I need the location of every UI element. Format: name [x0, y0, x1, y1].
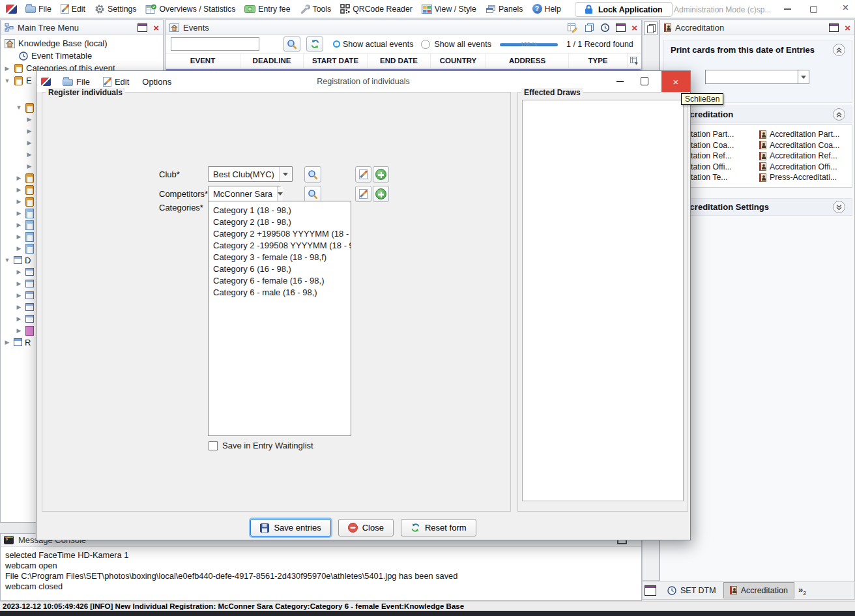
tab-set-dtm[interactable]: SET DTM: [661, 582, 722, 598]
accreditation-item[interactable]: Accreditation Coa...: [759, 140, 852, 151]
column-header-end-date[interactable]: END DATE: [368, 53, 431, 68]
menu-entry-fee[interactable]: Entry fee: [240, 0, 295, 18]
collapse-section-button[interactable]: [833, 108, 845, 121]
waitinglist-label[interactable]: Save in Entry Waitinglist: [222, 441, 313, 450]
entries-date-input[interactable]: [705, 70, 798, 84]
accreditation-item[interactable]: Accreditation Offi...: [759, 162, 852, 173]
column-chooser-icon[interactable]: [628, 53, 641, 68]
panel-maximize-icon[interactable]: [616, 23, 626, 32]
club-edit-button[interactable]: [355, 166, 371, 183]
column-header-address[interactable]: ADDRESS: [486, 53, 569, 68]
console-log[interactable]: selected FaceTime HD-Kamera 1 webcam ope…: [1, 547, 641, 592]
tree-expand-arrow[interactable]: ▶: [15, 327, 23, 334]
tree-expand-arrow[interactable]: ▶: [15, 186, 23, 193]
waitinglist-checkbox[interactable]: [209, 441, 218, 450]
panel-maximize-icon[interactable]: [829, 23, 839, 32]
category-list-item[interactable]: Category 2 (18 - 98,): [209, 216, 351, 227]
collapse-section-button[interactable]: [833, 44, 845, 56]
tab-overflow-button[interactable]: »2: [798, 585, 806, 596]
panel-close-icon[interactable]: ×: [845, 23, 850, 32]
window-maximize-button[interactable]: [810, 6, 817, 13]
tree-item-knowledge-base[interactable]: Knowledge Base (local): [1, 37, 163, 50]
club-dropdown-button[interactable]: [279, 167, 292, 181]
tree-expand-arrow[interactable]: ▶: [15, 198, 23, 205]
column-header-type[interactable]: TYPE: [569, 53, 628, 68]
category-list-item[interactable]: Category 2 +199508 YYYYMM (18 - 98,): [209, 227, 351, 239]
tree-item-event-timetable[interactable]: Event Timetable: [1, 50, 163, 62]
column-header-country[interactable]: COUNTRY: [431, 53, 486, 68]
panel-pages-button[interactable]: [644, 22, 658, 35]
tree-expand-arrow[interactable]: ▶: [25, 139, 33, 146]
menu-qrcode-reader[interactable]: QRCode Reader: [336, 0, 417, 18]
radio-show-actual-events[interactable]: [334, 42, 339, 46]
menu-file[interactable]: File: [21, 0, 56, 18]
dialog-minimize-button[interactable]: [616, 81, 624, 82]
competitors-combobox[interactable]: McConner Sara: [208, 186, 281, 201]
tree-expand-arrow[interactable]: ▶: [3, 65, 11, 72]
dialog-close-button[interactable]: ×: [661, 71, 690, 92]
clock-icon[interactable]: [600, 23, 610, 33]
tab-accreditation[interactable]: Accreditation: [723, 582, 794, 598]
tree-expand-arrow[interactable]: ▶: [25, 163, 33, 169]
expand-section-button[interactable]: [833, 201, 845, 213]
radio-show-all-events[interactable]: [421, 40, 430, 49]
category-list-item[interactable]: Category 1 (18 - 98,): [209, 204, 351, 216]
column-header-deadline[interactable]: DEADLINE: [240, 53, 304, 68]
tree-expand-arrow[interactable]: ▶: [25, 116, 33, 123]
search-button[interactable]: [283, 37, 300, 51]
tree-expand-arrow[interactable]: ▶: [15, 233, 23, 240]
radio-show-actual-label[interactable]: Show actual events: [343, 40, 413, 49]
club-add-button[interactable]: [373, 166, 389, 183]
accreditation-item[interactable]: Accreditation Ref...: [759, 151, 852, 162]
tree-expand-arrow[interactable]: ▼: [3, 257, 11, 263]
tree-expand-arrow[interactable]: ▶: [25, 128, 33, 134]
lock-application-button[interactable]: Lock Application: [575, 2, 673, 17]
categories-listbox[interactable]: Category 1 (18 - 98,) Category 2 (18 - 9…: [208, 201, 351, 436]
competitors-search-button[interactable]: [304, 186, 321, 202]
tree-expand-arrow[interactable]: ▶: [15, 175, 23, 181]
tree-expand-arrow[interactable]: ▶: [25, 151, 33, 158]
effected-draws-list[interactable]: [522, 100, 684, 501]
category-list-item[interactable]: Category 2 -199508 YYYYMM (18 - 98,): [209, 239, 351, 251]
club-search-button[interactable]: [304, 166, 321, 183]
category-list-item[interactable]: Category 3 - female (18 - 98,f): [209, 251, 351, 263]
tree-expand-arrow[interactable]: ▼: [3, 78, 11, 84]
accreditation-item[interactable]: Press-Accreditati...: [759, 172, 852, 183]
panel-close-icon[interactable]: ×: [631, 23, 637, 32]
menu-view-style[interactable]: View / Style: [417, 0, 481, 18]
menu-panels[interactable]: Panels: [481, 0, 528, 18]
column-header-event[interactable]: EVENT: [166, 53, 240, 68]
menu-overviews-statistics[interactable]: Overviews / Statistics: [141, 0, 240, 18]
tree-expand-arrow[interactable]: ▼: [15, 104, 23, 111]
menu-edit[interactable]: Edit: [56, 0, 90, 18]
category-list-item[interactable]: Category 6 (16 - 98,): [209, 263, 351, 274]
window-minimize-button[interactable]: [784, 8, 791, 10]
category-list-item[interactable]: Category 6 - female (16 - 98,): [209, 274, 351, 286]
panel-window-icon[interactable]: [645, 585, 656, 596]
column-header-start-date[interactable]: START DATE: [304, 53, 368, 68]
entries-date-dropdown-button[interactable]: [798, 70, 809, 84]
radio-show-all-label[interactable]: Show all events: [434, 40, 491, 49]
competitors-add-button[interactable]: [373, 186, 389, 202]
window-close-button[interactable]: ×: [843, 2, 848, 14]
dialog-menu-options[interactable]: Options: [136, 71, 178, 92]
tree-expand-arrow[interactable]: ▶: [15, 269, 23, 275]
tree-expand-arrow[interactable]: ▶: [15, 245, 23, 252]
competitors-edit-button[interactable]: [355, 186, 371, 202]
save-entries-button[interactable]: Save entries: [250, 519, 330, 536]
tree-expand-arrow[interactable]: ▶: [15, 304, 23, 310]
events-search-input[interactable]: [171, 37, 259, 51]
edit-table-icon[interactable]: [568, 23, 578, 33]
menu-help[interactable]: ? Help: [528, 0, 566, 18]
tree-expand-arrow[interactable]: ▶: [15, 222, 23, 228]
refresh-button[interactable]: [306, 37, 323, 51]
club-combobox[interactable]: Best Club(MYC): [208, 166, 293, 182]
tree-expand-arrow[interactable]: ▶: [15, 292, 23, 299]
tree-expand-arrow[interactable]: ▶: [15, 315, 23, 322]
competitors-dropdown-button[interactable]: [277, 186, 283, 201]
panel-maximize-icon[interactable]: [138, 23, 147, 32]
accreditation-item[interactable]: Accreditation Part...: [759, 129, 852, 140]
category-list-item[interactable]: Category 6 - male (16 - 98,): [209, 286, 351, 298]
menu-settings[interactable]: Settings: [90, 0, 141, 18]
tree-expand-arrow[interactable]: ▶: [15, 210, 23, 216]
